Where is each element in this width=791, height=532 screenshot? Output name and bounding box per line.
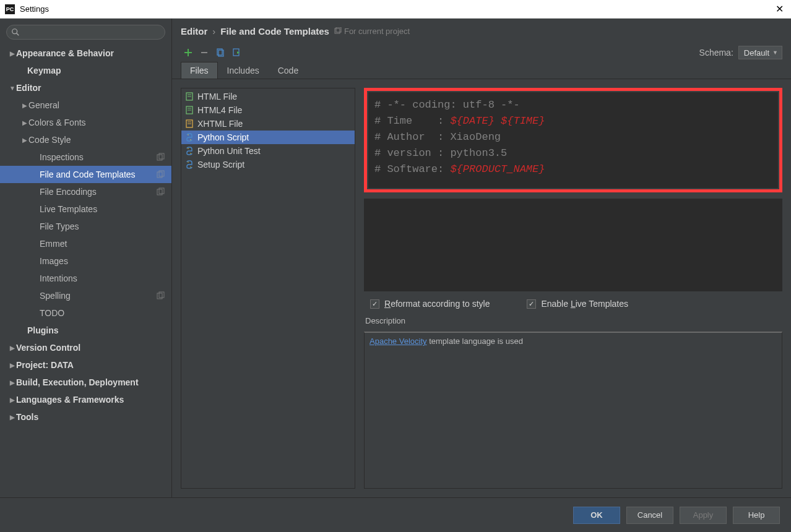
refresh-button[interactable]	[229, 46, 244, 59]
sidebar-item-appearance-behavior[interactable]: ▶Appearance & Behavior	[0, 45, 171, 62]
sidebar-item-todo[interactable]: TODO	[0, 304, 171, 322]
sidebar-item-label: Colors & Fonts	[28, 118, 171, 127]
svg-rect-4	[157, 172, 162, 178]
apache-velocity-link[interactable]: Apache Velocity	[370, 337, 427, 346]
apply-button[interactable]: Apply	[680, 507, 727, 524]
settings-sidebar: ▶Appearance & BehaviorKeymap▼Editor▶Gene…	[0, 19, 172, 497]
tab-code[interactable]: Code	[269, 62, 308, 79]
template-item-python-unit-test[interactable]: Python Unit Test	[181, 144, 355, 158]
template-editor[interactable]: # -*- coding: utf-8 -*- # Time : ${DATE}…	[368, 92, 778, 188]
scope-icon	[334, 27, 342, 35]
template-item-label: Python Unit Test	[197, 146, 261, 156]
sidebar-item-spelling[interactable]: Spelling	[0, 287, 171, 304]
search-icon	[11, 28, 20, 36]
template-item-label: Setup Script	[197, 160, 244, 169]
sidebar-item-file-and-code-templates[interactable]: File and Code Templates	[0, 166, 171, 183]
project-scope-icon	[157, 291, 165, 300]
sidebar-item-label: Emmet	[40, 239, 171, 249]
sidebar-item-general[interactable]: ▶General	[0, 97, 171, 114]
sidebar-item-tools[interactable]: ▶Tools	[0, 408, 171, 426]
svg-point-28	[190, 139, 191, 140]
remove-button[interactable]	[197, 46, 212, 59]
enable-live-templates-checkbox[interactable]: ✓ Enable Live Templates	[527, 299, 628, 309]
sidebar-item-label: TODO	[40, 308, 171, 318]
sidebar-item-keymap[interactable]: Keymap	[0, 62, 171, 79]
tab-includes[interactable]: Includes	[218, 62, 269, 79]
template-item-setup-script[interactable]: Setup Script	[181, 158, 355, 171]
svg-rect-11	[336, 27, 341, 32]
sidebar-item-label: Spelling	[40, 291, 157, 301]
svg-point-31	[188, 161, 189, 163]
chevron-right-icon: ▶	[9, 345, 16, 351]
template-editor-lower[interactable]	[364, 199, 782, 291]
template-item-label: HTML4 File	[197, 105, 242, 115]
app-icon: PC	[5, 4, 15, 14]
template-item-xhtml-file[interactable]: XHTML File	[181, 117, 355, 131]
settings-tree[interactable]: ▶Appearance & BehaviorKeymap▼Editor▶Gene…	[0, 45, 171, 497]
svg-rect-5	[159, 171, 164, 176]
checkbox-checked-icon: ✓	[527, 299, 536, 309]
sidebar-item-label: File and Code Templates	[40, 169, 157, 179]
sidebar-item-languages-frameworks[interactable]: ▶Languages & Frameworks	[0, 391, 171, 408]
html-file-icon	[185, 106, 194, 114]
sidebar-item-code-style[interactable]: ▶Code Style	[0, 131, 171, 148]
sidebar-item-editor[interactable]: ▼Editor	[0, 79, 171, 97]
close-icon[interactable]: ✕	[773, 3, 786, 15]
template-item-html4-file[interactable]: HTML4 File	[181, 103, 355, 117]
sidebar-item-label: Languages & Frameworks	[16, 395, 171, 405]
sidebar-item-images[interactable]: Images	[0, 252, 171, 270]
cancel-button[interactable]: Cancel	[626, 507, 673, 524]
template-item-html-file[interactable]: HTML File	[181, 90, 355, 103]
sidebar-item-plugins[interactable]: Plugins	[0, 322, 171, 339]
sidebar-item-version-control[interactable]: ▶Version Control	[0, 339, 171, 356]
search-input[interactable]	[6, 25, 165, 40]
template-list[interactable]: HTML FileHTML4 FileXHTML FilePython Scri…	[181, 88, 355, 489]
template-item-python-script[interactable]: Python Script	[181, 131, 355, 144]
svg-rect-10	[335, 28, 340, 33]
sidebar-item-live-templates[interactable]: Live Templates	[0, 200, 171, 218]
template-item-label: Python Script	[197, 132, 249, 142]
svg-point-30	[190, 153, 191, 154]
template-item-label: XHTML File	[197, 119, 243, 129]
description-box: Apache Velocity template language is use…	[364, 332, 782, 489]
svg-rect-9	[159, 292, 164, 298]
copy-button[interactable]	[213, 46, 228, 59]
reformat-checkbox[interactable]: ✓ Reformat according to style	[370, 299, 490, 309]
tab-files[interactable]: Files	[181, 62, 218, 79]
chevron-right-icon: ▶	[9, 50, 16, 57]
svg-rect-6	[157, 189, 162, 195]
project-scope-icon	[157, 153, 165, 161]
chevron-right-icon: ▶	[21, 137, 28, 144]
settings-detail: Editor › File and Code Templates For cur…	[172, 19, 791, 497]
project-scope-icon	[157, 170, 165, 179]
sidebar-item-build-execution-deployment[interactable]: ▶Build, Execution, Deployment	[0, 374, 171, 391]
svg-rect-2	[157, 155, 162, 160]
ok-button[interactable]: OK	[573, 507, 620, 524]
editor-highlight-box: # -*- coding: utf-8 -*- # Time : ${DATE}…	[364, 88, 782, 192]
chevron-down-icon: ▼	[9, 85, 16, 92]
sidebar-item-emmet[interactable]: Emmet	[0, 235, 171, 252]
schema-select[interactable]: Default	[738, 46, 782, 59]
html-file-icon	[185, 92, 194, 101]
chevron-right-icon: ▶	[21, 102, 28, 109]
sidebar-item-project-data[interactable]: ▶Project: DATA	[0, 356, 171, 374]
sidebar-item-label: Editor	[16, 83, 171, 93]
help-button[interactable]: Help	[733, 507, 780, 524]
sidebar-item-inspections[interactable]: Inspections	[0, 148, 171, 166]
sidebar-item-intentions[interactable]: Intentions	[0, 270, 171, 287]
sidebar-item-colors-fonts[interactable]: ▶Colors & Fonts	[0, 114, 171, 131]
sidebar-item-file-encodings[interactable]: File Encodings	[0, 183, 171, 200]
sidebar-item-file-types[interactable]: File Types	[0, 218, 171, 235]
project-scope-icon	[157, 187, 165, 196]
svg-rect-3	[159, 153, 164, 159]
titlebar: PC Settings ✕	[0, 0, 791, 19]
svg-line-1	[17, 33, 19, 36]
svg-point-29	[188, 148, 189, 149]
sidebar-item-label: Project: DATA	[16, 360, 171, 370]
breadcrumb-root[interactable]: Editor	[181, 26, 207, 36]
add-button[interactable]	[181, 46, 196, 59]
breadcrumb-scope: For current project	[334, 27, 410, 36]
checkbox-checked-icon: ✓	[370, 299, 379, 309]
chevron-right-icon: ▶	[9, 414, 16, 421]
py-file-icon	[185, 133, 194, 142]
